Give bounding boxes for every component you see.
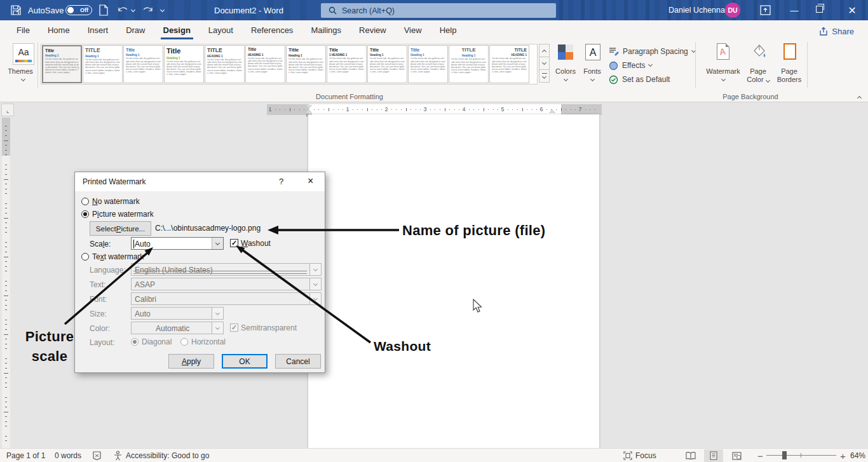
style-thumbnail[interactable]: Title Heading 1 On the Insert tab, the g… [286,45,326,83]
dialog-close-button[interactable]: × [308,175,313,187]
themes-icon-text: Aa [18,47,29,57]
tab-design[interactable]: Design [154,20,200,39]
tab-review[interactable]: Review [350,20,395,39]
fonts-button[interactable]: A Fonts [580,39,605,90]
watermark-button[interactable]: A Watermark [703,39,743,90]
size-combobox: Auto [131,307,224,320]
tab-draw[interactable]: Draw [117,20,154,39]
semitransparent-label: Semitransparent [241,323,297,332]
ribbon-display-options-icon[interactable] [760,5,771,15]
style-thumbnail[interactable]: TITLE Heading 1 On the Insert tab, the g… [449,45,489,83]
style-thumbnail[interactable]: Title Heading 1 On the Insert tab, the g… [367,45,407,83]
page-borders-button[interactable]: Page Borders [774,39,804,90]
document-page[interactable] [308,114,599,448]
washout-label[interactable]: Washout [241,239,271,248]
accessibility-icon[interactable] [113,451,123,461]
set-as-default-button[interactable]: Set as Default [609,72,695,86]
tab-references[interactable]: References [242,20,302,39]
ok-button[interactable]: OK [222,354,268,369]
zoom-slider-thumb[interactable] [782,451,787,459]
gallery-scroll-up-button[interactable] [539,44,550,57]
horizontal-ruler[interactable]: 11234567 [267,104,602,115]
print-layout-button[interactable] [704,449,723,462]
collapse-ribbon-chevron[interactable] [857,96,862,100]
effects-button[interactable]: Effects [609,58,695,72]
hanging-indent-marker[interactable] [306,109,312,113]
minimize-button[interactable]: — [785,0,804,20]
style-thumbnail[interactable]: TITLE HEADING 1 On the Insert tab, the g… [489,45,529,83]
select-picture-button[interactable]: Select Picture... [90,221,151,236]
right-indent-marker[interactable] [549,109,555,113]
vertical-ruler[interactable] [2,118,10,448]
style-thumbnail[interactable]: Title Heading 1 On the Insert tab, the g… [123,45,163,83]
tab-insert[interactable]: Insert [79,20,118,39]
paragraph-spacing-button[interactable]: Paragraph Spacing [609,44,695,58]
zoom-slider-track[interactable] [766,455,836,456]
scale-dropdown-button[interactable] [212,238,223,249]
ribbon-design: Aa Themes Title Heading 1 On the Insert … [0,39,868,102]
tab-mailings[interactable]: Mailings [302,20,350,39]
picture-watermark-label[interactable]: Picture watermark [92,210,154,219]
restore-button[interactable] [816,6,823,13]
style-thumbnail[interactable]: Title HEADING 1 On the Insert tab, the g… [245,45,285,83]
save-icon[interactable] [10,4,22,16]
dialog-help-button[interactable]: ? [279,177,283,186]
proofing-errors-icon[interactable] [92,451,102,460]
zoom-level[interactable]: 64% [846,449,868,462]
tab-stop-selector[interactable]: ⌞ [1,104,14,116]
page-borders-label-line2: Borders [774,76,804,83]
gallery-more-button[interactable] [539,69,550,83]
watermark-label: Watermark [703,67,743,75]
gallery-scroll-down-button[interactable] [539,57,550,70]
washout-checkbox[interactable]: ✓ [230,239,238,247]
close-button[interactable]: ✕ [843,0,862,20]
zoom-out-button[interactable]: − [754,449,767,462]
font-combobox: Calibri [131,292,322,305]
share-button[interactable]: Share [814,24,859,38]
search-input[interactable]: Search (Alt+Q) [321,3,556,18]
tab-home[interactable]: Home [39,20,79,39]
page-indicator[interactable]: Page 1 of 1 [3,449,49,462]
themes-button[interactable]: Aa Themes [4,39,37,90]
text-watermark-label[interactable]: Text watermark [92,252,144,261]
scale-combobox[interactable]: Auto [131,237,224,250]
autosave-toggle[interactable]: Off [65,5,92,15]
tab-help[interactable]: Help [431,20,466,39]
colors-button[interactable]: Colors [553,39,578,90]
style-thumbnail[interactable]: Title 1 HEADING 1 On the Insert tab, the… [327,45,367,83]
tab-view[interactable]: View [395,20,431,39]
avatar[interactable]: DU [725,3,740,18]
color-value: Automatic [156,324,189,333]
document-title: Document2 - Word [214,6,283,15]
undo-icon[interactable] [117,5,130,15]
focus-button[interactable]: Focus [620,449,660,462]
new-document-icon[interactable] [98,4,109,16]
style-thumbnail[interactable]: TITLE Heading 1 On the Insert tab, the g… [83,45,123,83]
accessibility-status[interactable]: Accessibility: Good to go [122,449,213,462]
tab-layout[interactable]: Layout [200,20,242,39]
redo-icon[interactable] [141,5,154,15]
no-watermark-radio[interactable] [81,198,89,205]
read-mode-button[interactable] [681,449,700,462]
word-count[interactable]: 0 words [51,449,85,462]
diagonal-label: Diagonal [142,337,172,346]
no-watermark-label[interactable]: No watermark [92,197,140,206]
apply-button[interactable]: Apply [168,354,214,369]
style-thumbnail[interactable]: Title Heading 1 On the Insert tab, the g… [164,45,204,83]
document-formatting-gallery[interactable]: Title Heading 1 On the Insert tab, the g… [41,44,538,85]
scale-value: Auto [135,240,151,248]
style-thumbnail[interactable]: Title Heading 1 On the Insert tab, the g… [42,45,82,83]
annotation-picture-scale-line1: Picture [21,329,78,345]
user-name[interactable]: Daniel Uchenna [668,6,725,15]
formatting-stack: Paragraph Spacing Effects Set as Default [609,44,695,86]
page-color-button[interactable]: Page Color [743,39,773,90]
cancel-button[interactable]: Cancel [275,354,321,369]
style-thumbnail[interactable]: TITLE HEADING 1 On the Insert tab, the g… [205,45,245,83]
style-thumbnail[interactable]: Title Heading 1 On the Insert tab, the g… [408,45,448,83]
text-watermark-radio[interactable] [81,253,89,261]
picture-watermark-radio[interactable] [81,210,89,218]
web-layout-button[interactable] [727,449,746,462]
first-line-indent-marker[interactable] [306,105,312,109]
ruler-number: 1 [346,106,349,112]
tab-file[interactable]: File [8,20,39,39]
